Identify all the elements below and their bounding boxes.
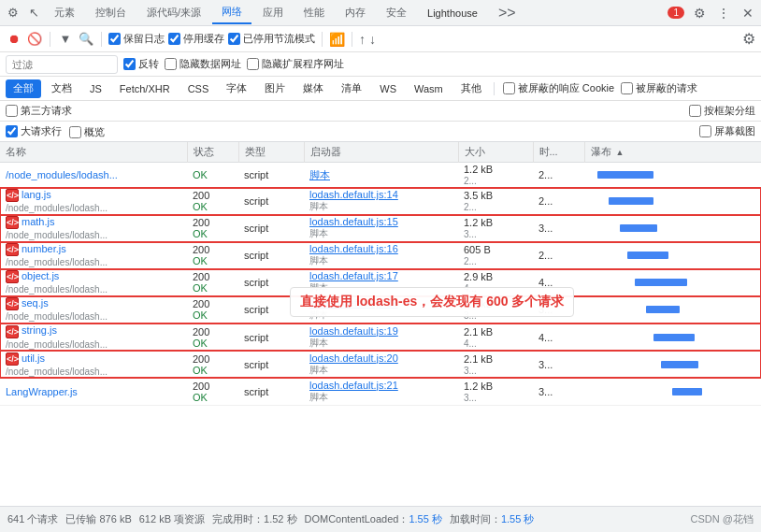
cell-name: </>object.js/node_modules/lodash... (0, 269, 187, 296)
cell-time: 3... (533, 296, 584, 324)
tab-network[interactable]: 网络 (212, 1, 251, 24)
table-row[interactable]: </>math.js/node_modules/lodash...200OKsc… (0, 215, 761, 242)
cell-type: script (238, 269, 304, 296)
hide-extension-urls-checkbox[interactable]: 隐藏扩展程序网址 (247, 57, 344, 71)
cell-size: 2.1 kB4... (458, 324, 533, 351)
wifi-icon: 📶 (329, 32, 345, 47)
more-vert-icon[interactable]: ⋮ (714, 4, 733, 22)
cell-size: 1.2 kB3... (458, 215, 533, 242)
group-by-frame-checkbox[interactable]: 按框架分组 (689, 104, 755, 118)
toolbar-sep-4 (352, 32, 352, 47)
upload-icon[interactable]: ↑ (359, 32, 366, 47)
cursor-icon[interactable]: ↖ (24, 4, 43, 22)
table-row[interactable]: LangWrapper.js200OKscriptlodash.default.… (0, 378, 761, 405)
screenshot-checkbox[interactable]: 屏幕截图 (699, 124, 755, 138)
type-btn-media[interactable]: 媒体 (295, 79, 331, 98)
col-header-time[interactable]: 时... (533, 142, 584, 163)
table-row[interactable]: </>lang.js/node_modules/lodash...200OKsc… (0, 188, 761, 215)
cell-size: 3.5 kB2... (458, 188, 533, 215)
cell-type: script (238, 296, 304, 324)
cell-type: script (238, 242, 304, 269)
filter-input[interactable] (6, 55, 118, 74)
tab-sources[interactable]: 源代码/来源 (137, 2, 210, 23)
tab-application[interactable]: 应用 (253, 2, 293, 23)
cell-size: 605 B2... (458, 242, 533, 269)
tab-more[interactable]: >> (489, 1, 525, 25)
table-row[interactable]: </>number.js/node_modules/lodash...200OK… (0, 242, 761, 269)
network-table-container: 名称 状态 类型 启动器 大小 时... 瀑布 ▲ /node_modules/… (0, 142, 761, 532)
table-row[interactable]: </>seq.js/node_modules/lodash...200OKscr… (0, 296, 761, 324)
table-row[interactable]: /node_modules/lodash...OKscript脚本1.2 kB2… (0, 163, 761, 188)
preserve-log-checkbox[interactable]: 保留日志 (108, 32, 165, 46)
cell-status: OK (187, 163, 238, 188)
type-btn-other[interactable]: 其他 (453, 79, 489, 98)
col-header-waterfall[interactable]: 瀑布 ▲ (584, 142, 761, 163)
big-request-checkbox[interactable]: 大请求行 (6, 124, 62, 138)
type-btn-doc[interactable]: 文档 (44, 79, 79, 98)
network-table: 名称 状态 类型 启动器 大小 时... 瀑布 ▲ /node_modules/… (0, 142, 761, 406)
type-btn-fetch[interactable]: Fetch/XHR (112, 79, 178, 98)
cell-waterfall (584, 296, 761, 324)
record-icon[interactable]: ⏺ (6, 31, 22, 48)
col-header-type[interactable]: 类型 (238, 142, 304, 163)
disable-cache-checkbox[interactable]: 停用缓存 (168, 32, 224, 46)
type-btn-img[interactable]: 图片 (257, 79, 293, 98)
devtools-icon[interactable]: ⚙ (4, 4, 22, 22)
col-header-name[interactable]: 名称 (0, 142, 187, 163)
blocked-request-checkbox[interactable]: 被屏蔽的请求 (621, 81, 697, 95)
cell-type: script (238, 163, 304, 188)
settings-icon[interactable]: ⚙ (690, 4, 709, 22)
download-icon[interactable]: ↓ (369, 32, 376, 47)
cell-status: 200OK (187, 378, 238, 405)
cell-status: 200OK (187, 188, 238, 215)
blocked-cookie-checkbox[interactable]: 被屏蔽的响应 Cookie (503, 81, 614, 95)
overview-checkbox[interactable]: 概览 (69, 125, 105, 139)
type-btn-js[interactable]: JS (82, 79, 109, 98)
tab-performance[interactable]: 性能 (294, 2, 334, 23)
network-settings-icon[interactable]: ⚙ (742, 30, 755, 48)
clear-icon[interactable]: 🚫 (26, 31, 43, 48)
col-header-status[interactable]: 状态 (187, 142, 238, 163)
credit-text: CSDN @花铛 (691, 512, 754, 526)
table-row[interactable]: </>util.js/node_modules/lodash...200OKsc… (0, 351, 761, 378)
cell-name: </>math.js/node_modules/lodash... (0, 215, 187, 242)
cell-size: 2.9 kB4... (458, 269, 533, 296)
type-btn-manifest[interactable]: 清单 (334, 79, 369, 98)
table-row[interactable]: </>object.js/node_modules/lodash...200OK… (0, 269, 761, 296)
load-label: 加载时间：1.55 秒 (450, 512, 534, 526)
tab-lighthouse[interactable]: Lighthouse (418, 4, 487, 22)
toolbar-sep-1 (50, 32, 50, 47)
options-right-2: 屏幕截图 (699, 124, 755, 138)
invert-checkbox[interactable]: 反转 (123, 57, 159, 71)
cell-initiator: 脚本 (304, 163, 458, 188)
hide-data-urls-checkbox[interactable]: 隐藏数据网址 (165, 57, 241, 71)
request-count: 641 个请求 (7, 512, 58, 526)
throttle-checkbox[interactable]: 已停用节流模式 (228, 32, 315, 46)
search-icon[interactable]: 🔍 (78, 31, 94, 48)
resources-size: 612 kB 项资源 (139, 512, 205, 526)
cell-initiator: lodash.default.js:21脚本 (304, 378, 458, 405)
tab-elements[interactable]: 元素 (45, 2, 84, 23)
dcl-label: DOMContentLoaded：1.55 秒 (305, 512, 442, 526)
type-btn-css[interactable]: CSS (180, 79, 217, 98)
type-btn-ws[interactable]: WS (372, 79, 404, 98)
tab-console[interactable]: 控制台 (86, 2, 136, 23)
close-icon[interactable]: ✕ (739, 4, 757, 22)
col-header-initiator[interactable]: 启动器 (304, 142, 458, 163)
type-btn-wasm[interactable]: Wasm (407, 79, 451, 98)
cell-size: 1.2 kB2... (458, 163, 533, 188)
col-header-size[interactable]: 大小 (458, 142, 533, 163)
table-row[interactable]: </>string.js/node_modules/lodash...200OK… (0, 324, 761, 351)
type-btn-font[interactable]: 字体 (219, 79, 254, 98)
type-btn-all[interactable]: 全部 (6, 79, 41, 98)
cell-name: </>seq.js/node_modules/lodash... (0, 296, 187, 324)
devtools-window: ⚙ ↖ 元素 控制台 源代码/来源 网络 应用 性能 内存 安全 Lightho… (0, 0, 761, 532)
cell-time: 3... (533, 378, 584, 405)
tab-security[interactable]: 安全 (377, 2, 416, 23)
tab-memory[interactable]: 内存 (336, 2, 375, 23)
network-toolbar: ⏺ 🚫 ▼ 🔍 保留日志 停用缓存 已停用节流模式 📶 ↑ ↓ ⚙ (0, 26, 761, 52)
third-party-checkbox[interactable]: 第三方请求 (6, 104, 72, 118)
cell-name: LangWrapper.js (0, 378, 187, 405)
cell-time: 3... (533, 215, 584, 242)
filter-icon[interactable]: ▼ (57, 31, 74, 48)
